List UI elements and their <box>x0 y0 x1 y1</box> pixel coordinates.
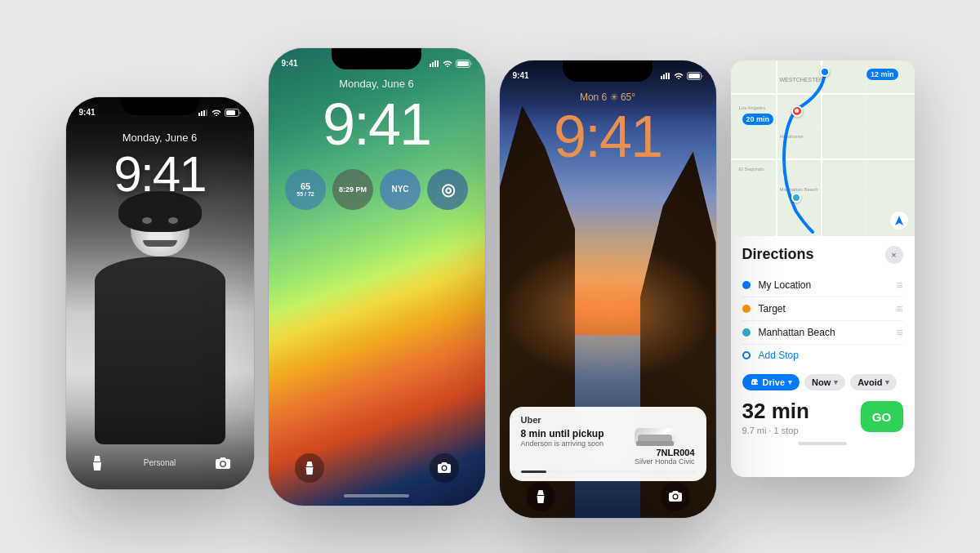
add-stop-label: Add Stop <box>759 350 799 361</box>
notch-3 <box>563 60 653 82</box>
status-icons-3 <box>661 72 703 80</box>
camera-btn-3[interactable] <box>661 482 690 511</box>
screen1-time: 9:41 <box>66 145 254 203</box>
svg-rect-17 <box>688 74 700 78</box>
screen2-time: 9:41 <box>269 91 485 158</box>
screen-3: Mon 6 ✳ 65° 9:41 Uber 8 min until pickup… <box>500 60 716 518</box>
location-dot-1 <box>742 305 751 313</box>
svg-rect-12 <box>661 76 662 79</box>
uber-notification: Uber 8 min until pickup Anderson is arri… <box>510 407 706 481</box>
screen1-date: Monday, June 6 <box>66 132 254 144</box>
screen2-date: Monday, June 6 <box>269 78 485 90</box>
widget-spiral: ◎ <box>427 169 468 210</box>
svg-rect-2 <box>203 110 205 116</box>
signal-icon-3 <box>661 73 670 79</box>
map-view: WESTCHESTER Los Angeles Hawthorne El Seg… <box>731 60 915 236</box>
uber-sub-msg: Anderson is arriving soon <box>521 439 635 448</box>
drive-icon <box>750 378 760 386</box>
personal-label: Personal <box>144 458 176 467</box>
screen1-bottom: Personal <box>66 452 254 475</box>
handle-1[interactable]: ≡ <box>896 302 902 315</box>
wifi-icon-1 <box>212 109 221 116</box>
swipe-indicator-2 <box>344 494 409 497</box>
battery-icon-3 <box>687 72 703 80</box>
battery-icon-2 <box>456 60 472 68</box>
uber-plate: 7NLR004 <box>635 448 695 457</box>
handle-0[interactable]: ≡ <box>896 279 902 292</box>
widget-spiral-symbol: ◎ <box>441 180 455 199</box>
status-icons-1 <box>198 109 241 117</box>
svg-rect-5 <box>226 110 235 115</box>
add-stop-row[interactable]: Add Stop <box>742 345 903 366</box>
transport-row: Drive ▾ Now ▾ Avoid ▾ <box>742 374 903 390</box>
status-time-2: 9:41 <box>282 59 298 68</box>
location-label-2: Manhattan Beach <box>759 327 889 338</box>
drive-btn[interactable]: Drive ▾ <box>742 374 800 390</box>
svg-rect-0 <box>198 113 200 116</box>
camera-btn-1[interactable] <box>212 452 234 475</box>
swipe-bar-maps <box>798 442 847 445</box>
svg-rect-13 <box>663 74 665 79</box>
status-time-1: 9:41 <box>79 108 96 117</box>
uber-main-msg: 8 min until pickup <box>521 428 635 439</box>
route-details: 9.7 mi · 1 stop <box>742 426 809 435</box>
bottom-gradient <box>66 408 254 489</box>
svg-rect-9 <box>437 60 439 67</box>
directions-section: Directions × My Location ≡ Target ≡ Manh… <box>731 236 915 455</box>
notch-2 <box>332 48 421 69</box>
add-stop-icon <box>742 351 751 359</box>
svg-rect-6 <box>430 64 431 67</box>
route-path <box>784 70 825 232</box>
screen-2: Monday, June 6 9:41 65 55 / 72 8:29 PM N… <box>269 48 485 506</box>
svg-rect-14 <box>666 73 667 79</box>
mb-pin <box>791 193 801 203</box>
signal-icon-1 <box>198 109 208 116</box>
signal-icon-2 <box>430 60 439 67</box>
uber-car-model: Silver Honda Civic <box>635 457 695 466</box>
avoid-btn[interactable]: Avoid ▾ <box>850 374 897 390</box>
iphone-3: Mon 6 ✳ 65° 9:41 Uber 8 min until pickup… <box>500 60 716 518</box>
screen2-widgets: 65 55 / 72 8:29 PM NYC ◎ <box>269 169 485 210</box>
main-scene: Monday, June 6 9:41 Personal 9:41 <box>0 0 980 553</box>
flashlight-btn-3[interactable] <box>526 482 555 511</box>
screen-1: Monday, June 6 9:41 Personal <box>66 97 254 489</box>
widget-temp: 65 <box>301 181 310 191</box>
widget-clock: 8:29 PM <box>332 169 373 210</box>
screen3-time: 9:41 <box>500 103 716 170</box>
location-dot-2 <box>742 328 751 337</box>
battery-icon-1 <box>225 109 241 117</box>
map-badge-20min: 20 min <box>742 114 774 125</box>
now-btn[interactable]: Now ▾ <box>804 374 845 390</box>
handle-2[interactable]: ≡ <box>896 326 902 339</box>
svg-rect-15 <box>668 73 670 79</box>
svg-rect-3 <box>206 109 207 116</box>
go-button[interactable]: GO <box>861 401 903 432</box>
status-icons-2 <box>430 60 472 68</box>
uber-progress-bar <box>521 470 695 473</box>
wifi-icon-3 <box>674 73 684 79</box>
flashlight-btn-2[interactable] <box>295 453 324 483</box>
svg-rect-7 <box>432 62 434 67</box>
widget-nyc: NYC <box>380 169 421 210</box>
camera-btn-2[interactable] <box>430 453 459 483</box>
iphone-1: Monday, June 6 9:41 Personal 9:41 <box>66 97 254 489</box>
widget-weather: 65 55 / 72 <box>285 169 326 210</box>
location-label-1: Target <box>759 303 889 314</box>
direction-row-2: Manhattan Beach ≡ <box>742 321 903 345</box>
direction-row-1: Target ≡ <box>742 297 903 321</box>
mouth <box>143 240 177 247</box>
location-dot-0 <box>742 281 751 289</box>
horizon-glow <box>500 243 716 381</box>
nav-icon[interactable] <box>890 212 908 230</box>
direction-row-0: My Location ≡ <box>742 274 903 297</box>
svg-rect-1 <box>201 111 203 116</box>
uber-app-name: Uber <box>521 415 695 425</box>
maps-panel: WESTCHESTER Los Angeles Hawthorne El Seg… <box>731 60 915 477</box>
directions-close-btn[interactable]: × <box>885 246 903 264</box>
screen3-info: Mon 6 ✳ 65° <box>500 91 716 103</box>
uber-car-info: 7NLR004 Silver Honda Civic <box>635 428 695 466</box>
person-head <box>131 199 189 256</box>
flashlight-btn-1[interactable] <box>86 452 109 475</box>
uber-text: 8 min until pickup Anderson is arriving … <box>521 428 635 448</box>
route-info: 32 min 9.7 mi · 1 stop <box>742 399 809 435</box>
